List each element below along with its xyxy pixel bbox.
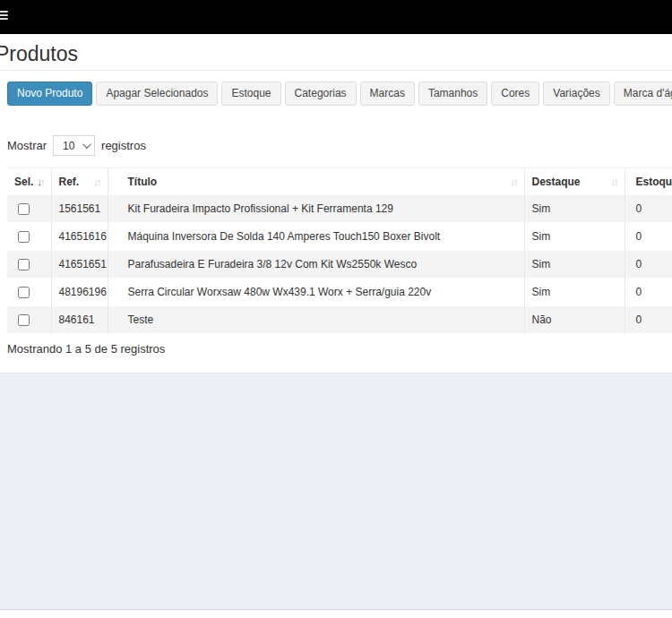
cell-estoque: 0 (625, 306, 672, 334)
row-checkbox[interactable] (18, 231, 30, 243)
page-length-value: 10 (63, 140, 74, 152)
page-footer (0, 609, 672, 618)
top-navbar (0, 0, 672, 34)
table-row: 41651616 Máquina Inversora De Solda 140 … (7, 223, 672, 251)
cell-estoque: 0 (625, 251, 672, 279)
length-label-prefix: Mostrar (7, 139, 47, 152)
cell-destaque: Sim (524, 223, 625, 251)
column-header-destaque[interactable]: Destaque ↓↑ (524, 168, 625, 196)
delete-selected-button[interactable]: Apagar Selecionados (96, 82, 218, 106)
row-checkbox[interactable] (18, 287, 30, 298)
watermark-button[interactable]: Marca d'água (614, 82, 672, 106)
brands-button[interactable]: Marcas (360, 82, 415, 106)
row-checkbox[interactable] (18, 259, 30, 270)
column-header-titulo[interactable]: Título ↓↑ (108, 168, 524, 196)
table-header-row: Sel. ↓↑ Ref. ↓↑ Título ↓↑ Destaque (7, 168, 672, 196)
cell-ref: 41651616 (51, 223, 108, 251)
cell-ref: 1561561 (51, 195, 108, 223)
cell-titulo: Máquina Inversora De Solda 140 Amperes T… (108, 223, 524, 251)
stock-button[interactable]: Estoque (221, 82, 280, 106)
content-panel: Produtos Novo Produto Apagar Selecionado… (0, 34, 672, 373)
table-row: 1561561 Kit Furadeira Impacto Profission… (7, 195, 672, 223)
hamburger-menu-icon[interactable] (0, 11, 8, 23)
cell-titulo: Parafusadeira E Furadeira 3/8 12v Com Ki… (108, 251, 524, 279)
cell-destaque: Não (524, 306, 625, 334)
sort-active-icon: ↓↑ (38, 176, 46, 187)
chevron-down-icon (82, 141, 91, 150)
table-row: 846161 Teste Não 0 (7, 306, 672, 334)
cell-titulo: Teste (108, 306, 524, 334)
page-length-select[interactable]: 10 (53, 135, 95, 156)
cell-destaque: Sim (524, 251, 625, 279)
colors-button[interactable]: Cores (491, 82, 539, 106)
column-header-estoque[interactable]: Estoque (625, 168, 672, 196)
row-checkbox[interactable] (18, 203, 30, 215)
page-header: Produtos (0, 34, 672, 71)
page-length-control: Mostrar 10 registros (0, 116, 672, 156)
new-product-button[interactable]: Novo Produto (7, 82, 92, 106)
cell-estoque: 0 (625, 223, 672, 251)
sizes-button[interactable]: Tamanhos (418, 82, 487, 106)
cell-ref: 48196196 (51, 279, 108, 306)
table-row: 48196196 Serra Circular Worxsaw 480w Wx4… (7, 279, 672, 306)
app-window: Produtos Novo Produto Apagar Selecionado… (0, 0, 672, 618)
cell-titulo: Kit Furadeira Impacto Profissional + Kit… (108, 195, 524, 223)
cell-destaque: Sim (524, 279, 625, 306)
products-table-wrap: Sel. ↓↑ Ref. ↓↑ Título ↓↑ Destaque (7, 167, 672, 334)
sort-icon: ↓↑ (511, 176, 519, 187)
content-background (0, 373, 672, 609)
products-table: Sel. ↓↑ Ref. ↓↑ Título ↓↑ Destaque (7, 167, 672, 334)
row-checkbox[interactable] (18, 314, 30, 326)
toolbar: Novo Produto Apagar Selecionados Estoque… (0, 71, 672, 116)
cell-estoque: 0 (625, 279, 672, 306)
table-row: 41651651 Parafusadeira E Furadeira 3/8 1… (7, 251, 672, 279)
cell-estoque: 0 (625, 195, 672, 223)
cell-titulo: Serra Circular Worxsaw 480w Wx439.1 Worx… (108, 279, 524, 306)
length-label-suffix: registros (101, 139, 146, 152)
sort-icon: ↓↑ (611, 176, 619, 187)
cell-ref: 41651651 (51, 251, 108, 279)
categories-button[interactable]: Categorias (285, 82, 357, 106)
sort-icon: ↓↑ (94, 176, 102, 187)
table-info-text: Mostrando 1 a 5 de 5 registros (0, 334, 672, 364)
column-header-sel[interactable]: Sel. ↓↑ (7, 168, 51, 196)
page-title: Produtos (0, 42, 672, 66)
column-header-ref[interactable]: Ref. ↓↑ (51, 168, 108, 196)
cell-destaque: Sim (524, 195, 625, 223)
variations-button[interactable]: Variações (543, 82, 609, 106)
cell-ref: 846161 (51, 306, 108, 334)
